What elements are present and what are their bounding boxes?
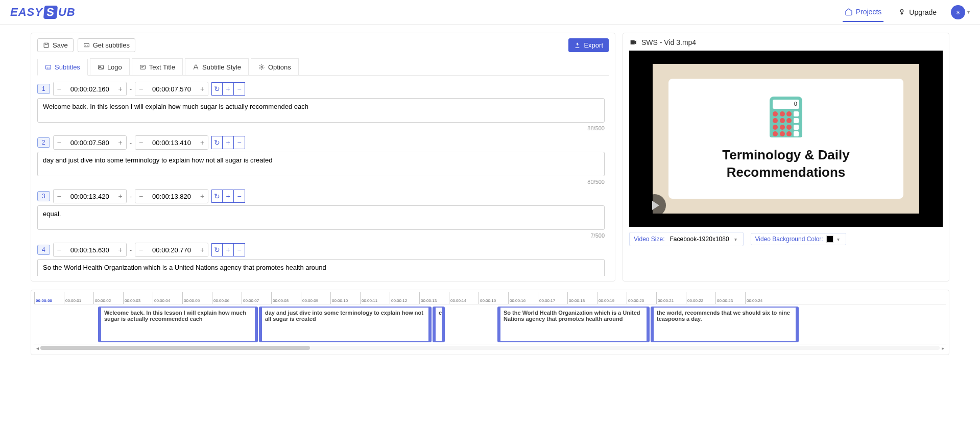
timeline-clip[interactable]: the world, recommends that we should six… <box>651 307 799 342</box>
scroll-track[interactable] <box>40 346 940 350</box>
video-icon <box>629 38 637 46</box>
remove-button[interactable]: − <box>234 82 245 96</box>
timeline: 00:00:0000:00:0100:00:0200:00:0300:00:04… <box>31 290 949 355</box>
start-inc-button[interactable]: + <box>115 243 126 256</box>
end-inc-button[interactable]: + <box>197 82 208 96</box>
nav-projects[interactable]: Projects <box>843 3 884 22</box>
start-time-input[interactable] <box>65 136 115 149</box>
tab-subtitle-style[interactable]: Subtitle Style <box>185 58 249 75</box>
timeline-clip[interactable]: Welcome back. In this lesson I will expl… <box>98 307 258 342</box>
scroll-left-icon[interactable]: ◂ <box>34 345 40 351</box>
subtitle-text-input[interactable]: equal. <box>37 205 605 230</box>
start-time-input[interactable] <box>65 243 115 256</box>
subtitle-row: 1 − + - − + ↻ + − Welcome back. In this … <box>37 82 605 131</box>
refresh-button[interactable]: ↻ <box>211 190 223 203</box>
save-button[interactable]: Save <box>37 38 74 52</box>
timeline-track[interactable]: Welcome back. In this lesson I will expl… <box>34 304 946 344</box>
svg-point-7 <box>261 66 262 67</box>
scroll-right-icon[interactable]: ▸ <box>940 345 946 351</box>
start-time-input[interactable] <box>65 190 115 203</box>
video-bg-select[interactable] <box>826 236 842 243</box>
scroll-thumb[interactable] <box>40 346 310 350</box>
calc-display: 0 <box>773 100 799 109</box>
subtitle-controls: 4 − + - − + ↻ + − <box>37 243 605 257</box>
end-dec-button[interactable]: − <box>135 136 147 149</box>
brand-logo[interactable]: EASY S UB <box>10 6 76 19</box>
subtitle-row: 2 − + - − + ↻ + − day and just dive into… <box>37 135 605 185</box>
ruler-tick: 00:00:22 <box>686 292 715 304</box>
ruler-tick: 00:00:17 <box>538 292 567 304</box>
tab-options-label: Options <box>268 63 291 71</box>
add-button[interactable]: + <box>223 136 234 149</box>
end-dec-button[interactable]: − <box>135 243 147 256</box>
nav-upgrade[interactable]: Upgrade <box>896 3 939 21</box>
start-time-input[interactable] <box>65 82 115 96</box>
timeline-clip[interactable]: day and just dive into some terminology … <box>259 307 432 342</box>
end-inc-button[interactable]: + <box>197 190 208 203</box>
timeline-clip[interactable]: e <box>433 307 445 342</box>
end-inc-button[interactable]: + <box>197 243 208 256</box>
timeline-ruler[interactable]: 00:00:0000:00:0100:00:0200:00:0300:00:04… <box>34 292 946 304</box>
tab-logo[interactable]: Logo <box>90 58 130 75</box>
add-button[interactable]: + <box>223 82 234 96</box>
svg-rect-1 <box>44 43 49 48</box>
start-dec-button[interactable]: − <box>54 82 65 96</box>
ruler-tick: 00:00:13 <box>419 292 449 304</box>
end-time-stepper: − + <box>135 135 208 150</box>
video-file-row: SWS - Vid 3.mp4 <box>629 38 943 46</box>
video-preview[interactable]: 0 Terminology & Daily Recommendations <box>629 51 943 227</box>
video-size-label: Video Size: <box>634 236 665 243</box>
user-menu[interactable]: s ▾ <box>951 5 970 19</box>
ruler-tick: 00:00:14 <box>449 292 479 304</box>
editor-toolbar: Save Get subtitles Export <box>37 38 609 52</box>
remove-button[interactable]: − <box>234 243 245 256</box>
start-dec-button[interactable]: − <box>54 190 65 203</box>
end-time-stepper: − + <box>135 82 208 96</box>
subtitle-text-input[interactable]: So the World Health Organization which i… <box>37 259 605 276</box>
video-size-select[interactable]: Facebook-1920x1080 <box>668 234 739 244</box>
char-count: 80/500 <box>37 179 605 185</box>
tab-subtitles[interactable]: Subtitles <box>37 59 88 76</box>
end-time-input[interactable] <box>147 243 197 256</box>
remove-button[interactable]: − <box>234 190 245 203</box>
start-inc-button[interactable]: + <box>115 82 126 96</box>
char-count: 7/500 <box>37 232 605 239</box>
end-dec-button[interactable]: − <box>135 82 147 96</box>
refresh-button[interactable]: ↻ <box>211 136 223 149</box>
refresh-button[interactable]: ↻ <box>211 82 223 96</box>
end-time-stepper: − + <box>135 189 208 203</box>
end-dec-button[interactable]: − <box>135 190 147 203</box>
end-inc-button[interactable]: + <box>197 136 208 149</box>
subtitle-list[interactable]: 1 − + - − + ↻ + − Welcome back. In this … <box>37 82 609 276</box>
remove-button[interactable]: − <box>234 136 245 149</box>
start-dec-button[interactable]: − <box>54 243 65 256</box>
add-button[interactable]: + <box>223 243 234 256</box>
refresh-button[interactable]: ↻ <box>211 243 223 256</box>
svg-rect-3 <box>46 65 51 69</box>
svg-rect-2 <box>84 43 89 47</box>
end-time-input[interactable] <box>147 136 197 149</box>
ruler-tick: 00:00:21 <box>656 292 686 304</box>
subtitle-text-input[interactable]: Welcome back. In this lesson I will expl… <box>37 98 605 123</box>
ruler-tick: 00:00:09 <box>301 292 330 304</box>
start-inc-button[interactable]: + <box>115 190 126 203</box>
start-inc-button[interactable]: + <box>115 136 126 149</box>
subtitle-actions: ↻ + − <box>211 82 245 96</box>
ruler-tick: 00:00:06 <box>212 292 242 304</box>
ruler-tick: 00:00:19 <box>597 292 627 304</box>
add-button[interactable]: + <box>223 190 234 203</box>
tab-text-title[interactable]: Text Title <box>132 58 183 75</box>
end-time-input[interactable] <box>147 82 197 96</box>
export-button[interactable]: Export <box>568 38 609 52</box>
timeline-scrollbar[interactable]: ◂ ▸ <box>34 344 946 351</box>
get-subtitles-button[interactable]: Get subtitles <box>78 38 135 52</box>
ruler-tick: 00:00:16 <box>508 292 538 304</box>
image-icon <box>98 64 104 71</box>
tab-options[interactable]: Options <box>251 58 299 75</box>
app-header: EASY S UB Projects Upgrade s ▾ <box>0 0 980 25</box>
start-dec-button[interactable]: − <box>54 136 65 149</box>
end-time-input[interactable] <box>147 190 197 203</box>
subtitle-text-input[interactable]: day and just dive into some terminology … <box>37 152 605 176</box>
timeline-clip[interactable]: So the World Health Organization which i… <box>497 307 650 342</box>
bg-color-swatch <box>826 236 833 243</box>
